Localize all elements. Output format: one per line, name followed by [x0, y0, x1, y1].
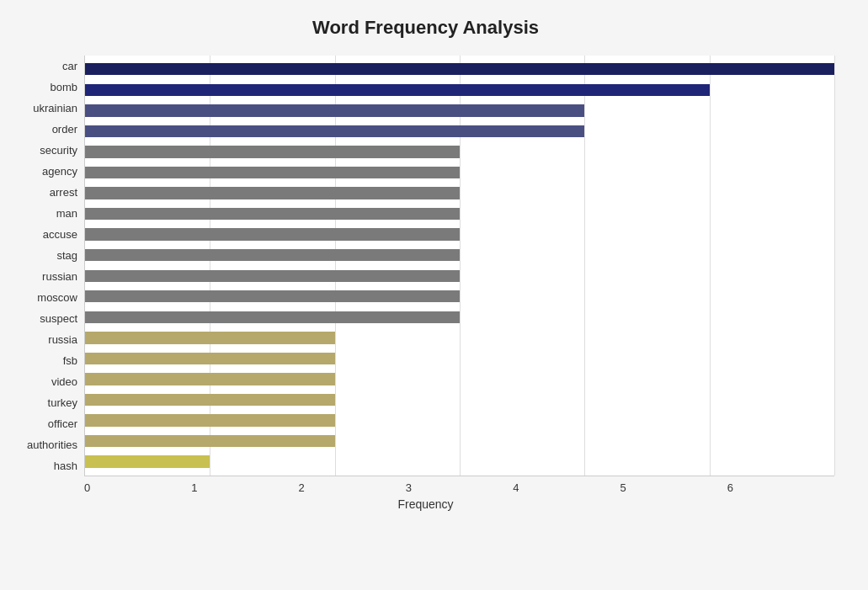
bar [85, 435, 335, 447]
y-label: security [17, 140, 77, 161]
x-axis: 0123456 [17, 481, 834, 494]
bar-row [85, 224, 834, 245]
x-tick: 0 [84, 481, 191, 494]
bar-row [85, 369, 834, 390]
y-label: car [17, 56, 77, 77]
bar [85, 414, 335, 426]
bars-section: carbombukrainianordersecurityagencyarres… [17, 56, 834, 476]
x-tick: 2 [299, 481, 406, 494]
bar-row [85, 410, 834, 431]
bar [85, 146, 460, 157]
x-tick: 3 [406, 481, 513, 494]
bar [85, 373, 335, 385]
bar [85, 228, 460, 240]
bar-row [85, 183, 834, 204]
y-labels: carbombukrainianordersecurityagencyarres… [17, 56, 84, 476]
y-label: order [17, 119, 77, 140]
chart-container: Word Frequency Analysis carbombukrainian… [0, 0, 868, 590]
bar-row [85, 59, 834, 80]
bar-row [85, 390, 834, 411]
bar [85, 63, 834, 75]
bar-row [85, 286, 834, 307]
bar-row [85, 162, 834, 183]
y-label: arrest [17, 182, 77, 203]
bar-row [85, 80, 834, 101]
bar [85, 208, 460, 220]
y-label: man [17, 203, 77, 224]
x-tick: 4 [513, 481, 620, 494]
bar [85, 249, 460, 261]
y-label: moscow [17, 287, 77, 308]
bar-row [85, 100, 834, 121]
bar-row [85, 245, 834, 266]
bar [85, 125, 584, 137]
bar-row [85, 327, 834, 348]
bar-row [85, 265, 834, 286]
y-label: officer [17, 413, 77, 434]
bar [85, 187, 460, 199]
y-label: fsb [17, 350, 77, 371]
bar [85, 332, 335, 343]
grid-line [834, 56, 835, 476]
bar [85, 290, 460, 302]
bar [85, 353, 335, 364]
x-tick: 5 [620, 481, 727, 494]
bar [85, 455, 210, 467]
bar [85, 167, 460, 178]
bar [85, 104, 584, 116]
y-label: suspect [17, 308, 77, 329]
plot-area [84, 56, 834, 476]
bar [85, 311, 460, 323]
y-label: bomb [17, 77, 77, 98]
bar [85, 270, 460, 282]
y-label: video [17, 371, 77, 392]
y-label: authorities [17, 434, 77, 455]
y-label: russia [17, 329, 77, 350]
x-axis-label: Frequency [17, 497, 834, 511]
chart-title: Word Frequency Analysis [17, 17, 834, 39]
bar [85, 394, 335, 406]
y-label: accuse [17, 224, 77, 245]
y-label: hash [17, 455, 77, 476]
bar-row [85, 141, 834, 162]
bar-row [85, 121, 834, 142]
y-label: russian [17, 266, 77, 287]
bar-row [85, 307, 834, 328]
y-label: agency [17, 161, 77, 182]
bar-row [85, 348, 834, 369]
y-label: ukrainian [17, 98, 77, 119]
bar-row [85, 204, 834, 225]
bar-row [85, 451, 834, 472]
bar-row [85, 431, 834, 452]
chart-area: carbombukrainianordersecurityagencyarres… [17, 56, 834, 511]
bar [85, 84, 710, 96]
y-label: turkey [17, 392, 77, 413]
y-label: stag [17, 245, 77, 266]
x-tick: 6 [727, 481, 834, 494]
x-tick: 1 [191, 481, 298, 494]
